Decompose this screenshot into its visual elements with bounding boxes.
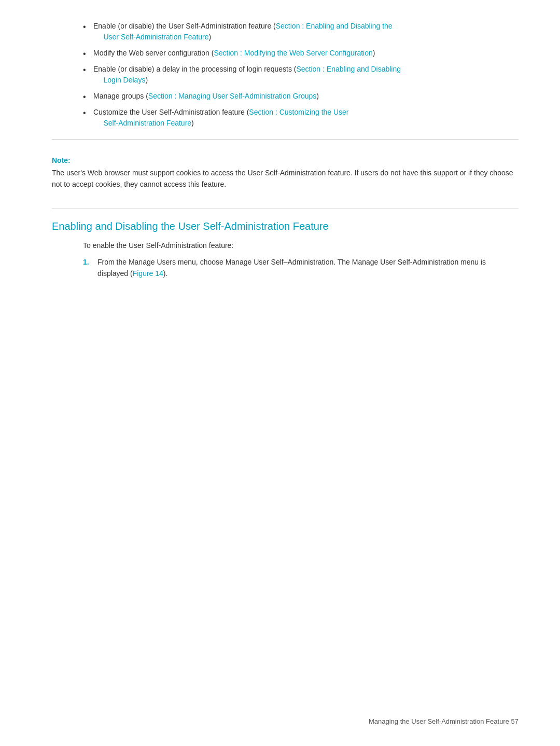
note-label: Note: — [52, 156, 519, 164]
numbered-list: 1. From the Manage Users menu, choose Ma… — [83, 257, 519, 279]
section-heading: Enabling and Disabling the User Self-Adm… — [52, 219, 519, 233]
bullet-list: Enable (or disable) the User Self-Admini… — [83, 21, 519, 129]
list-item-text-after: ) — [145, 76, 148, 84]
section-intro: To enable the User Self-Administration f… — [83, 240, 519, 252]
link-modifying-web-server[interactable]: Section : Modifying the Web Server Confi… — [214, 49, 372, 57]
list-item: Enable (or disable) the User Self-Admini… — [83, 21, 519, 43]
list-item-text-before: Enable (or disable) the User Self-Admini… — [93, 22, 276, 30]
note-text: The user's Web browser must support cook… — [52, 168, 519, 190]
list-item: Modify the Web server configuration (Sec… — [83, 48, 519, 59]
list-item-text-before: Manage groups ( — [93, 92, 148, 100]
list-item: Manage groups (Section : Managing User S… — [83, 91, 519, 102]
page-container: Enable (or disable) the User Self-Admini… — [0, 0, 560, 326]
divider-top — [52, 139, 519, 140]
link-figure-14[interactable]: Figure 14 — [133, 269, 163, 278]
list-item: Enable (or disable) a delay in the proce… — [83, 64, 519, 86]
note-box: Note: The user's Web browser must suppor… — [52, 150, 519, 198]
list-item-text-after: ) — [316, 92, 319, 100]
numbered-item-text: From the Manage Users menu, choose Manag… — [97, 258, 486, 278]
divider-bottom — [52, 209, 519, 209]
list-item-text-before: Enable (or disable) a delay in the proce… — [93, 65, 296, 73]
list-item-text-before: Customize the User Self-Administration f… — [93, 108, 249, 116]
list-item-text-after: ) — [191, 119, 194, 127]
list-item-text-after: ) — [373, 49, 375, 57]
list-item: Customize the User Self-Administration f… — [83, 107, 519, 129]
section-container: Enabling and Disabling the User Self-Adm… — [52, 219, 519, 279]
list-item-text-before: Modify the Web server configuration ( — [93, 49, 214, 57]
footer: Managing the User Self-Administration Fe… — [369, 717, 519, 725]
numbered-list-item: 1. From the Manage Users menu, choose Ma… — [83, 257, 519, 279]
list-number: 1. — [83, 257, 89, 268]
list-item-text-after: ) — [209, 33, 212, 41]
link-managing-groups[interactable]: Section : Managing User Self-Administrat… — [148, 92, 316, 100]
